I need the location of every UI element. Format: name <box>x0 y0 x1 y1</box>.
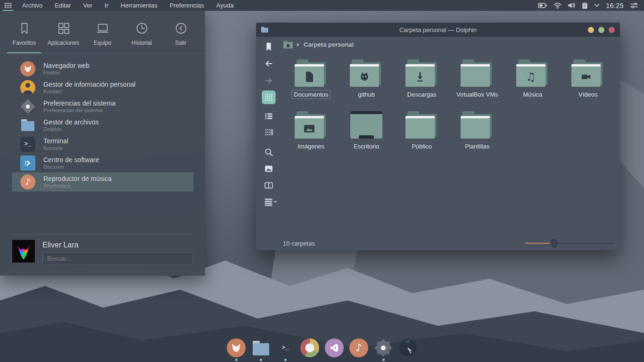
preview-button[interactable] <box>264 164 274 174</box>
image-glyph-icon <box>295 118 324 139</box>
app-item-discover[interactable]: Centro de software Discover <box>12 154 193 173</box>
icons-view-icon <box>264 92 274 102</box>
compact-view-button[interactable] <box>264 127 274 137</box>
app-item-konsole[interactable]: >_ Terminal Konsole <box>12 135 193 154</box>
wifi-icon[interactable] <box>553 2 561 9</box>
logout-icon <box>174 21 188 35</box>
app-title: Gestor de archivos <box>43 118 99 126</box>
tab-favoritos[interactable]: Favoritos <box>5 16 44 53</box>
bookmark-button[interactable] <box>264 41 274 52</box>
minimize-button[interactable] <box>588 27 594 33</box>
app-grid-button[interactable] <box>0 0 16 11</box>
dock-terminal[interactable]: >_ <box>276 338 295 361</box>
app-title: Preferencias del sistema <box>43 99 116 107</box>
menu-herramientas[interactable]: Herramientas <box>115 2 164 9</box>
icons-view-button[interactable] <box>262 90 276 104</box>
application-launcher-panel: Favoritos Aplicaciones Equipo Historial <box>0 11 205 276</box>
clock-widget-icon: 12 <box>398 338 417 357</box>
folder-icon: ♫ <box>516 59 550 87</box>
menu-ver[interactable]: Ver <box>77 2 99 9</box>
tab-label: Aplicaciones <box>48 40 79 46</box>
menu-ir[interactable]: Ir <box>99 2 115 9</box>
list-view-button[interactable] <box>264 111 274 121</box>
document-glyph-icon <box>295 66 324 87</box>
split-view-icon <box>264 180 274 190</box>
split-view-button[interactable] <box>264 180 274 190</box>
maximize-button[interactable] <box>598 27 604 33</box>
folder-github[interactable]: github <box>339 59 395 107</box>
tab-aplicaciones[interactable]: Aplicaciones <box>44 16 83 53</box>
zoom-slider[interactable] <box>525 239 614 248</box>
tab-label: Favoritos <box>13 40 36 46</box>
tab-historial[interactable]: Historial <box>122 16 161 53</box>
user-avatar[interactable] <box>12 240 35 263</box>
menu-preferencias[interactable]: Preferencias <box>164 2 210 9</box>
folder-videos[interactable]: Vídeos <box>561 59 616 107</box>
folder-escritorio[interactable]: Escritorio <box>339 111 395 159</box>
breadcrumb-chevron-icon <box>297 43 299 47</box>
app-subtitle: Dolphin <box>43 126 99 133</box>
search-input[interactable] <box>42 252 193 265</box>
slider-fill <box>525 243 551 244</box>
file-manager-icon <box>251 338 270 357</box>
dock-vscode[interactable] <box>325 338 344 361</box>
app-item-dolphin[interactable]: Gestor de archivos Dolphin <box>12 116 193 135</box>
slider-knob[interactable] <box>551 239 557 247</box>
forward-button[interactable] <box>264 75 274 86</box>
folder-imagenes[interactable]: Imágenes <box>283 111 339 159</box>
back-button[interactable] <box>264 58 274 69</box>
app-item-kontact[interactable]: Gestor de información personal Kontact <box>12 78 193 97</box>
folder-icon <box>405 59 439 87</box>
bookmark-icon <box>264 41 274 52</box>
close-button[interactable] <box>609 27 615 33</box>
launcher-tabs: Favoritos Aplicaciones Equipo Historial <box>0 11 205 53</box>
folder-label: Descargas <box>405 90 439 99</box>
dock-system-settings[interactable] <box>374 338 393 361</box>
compact-view-icon <box>264 127 274 137</box>
video-glyph-icon <box>571 66 601 87</box>
dock-file-manager[interactable] <box>251 338 270 361</box>
tab-salir[interactable]: Salir <box>161 16 200 53</box>
window-titlebar[interactable]: Carpeta personal — Dolphin <box>256 23 620 37</box>
laptop-icon <box>96 21 110 35</box>
dock: >_ ♪ 12 <box>227 338 417 361</box>
app-item-rhythmbox[interactable]: ♪ Reproductor de música Rhythmbox <box>12 173 193 191</box>
running-indicator <box>260 359 262 361</box>
tweaks-icon[interactable] <box>630 2 638 9</box>
desktop-glyph-icon <box>350 111 382 139</box>
folder-icon <box>460 59 494 87</box>
folder-documentos[interactable]: Documentos <box>283 59 339 107</box>
clipboard-icon[interactable] <box>582 2 588 9</box>
battery-icon[interactable] <box>538 2 547 9</box>
menu-editar[interactable]: Editar <box>49 2 77 9</box>
github-glyph-icon <box>350 66 379 87</box>
dock-rhythmbox[interactable]: ♪ <box>349 338 368 361</box>
tray-clock[interactable]: 16:25 <box>606 2 624 9</box>
system-tray: 16:25 <box>538 2 644 9</box>
folder-publico[interactable]: Público <box>394 111 450 159</box>
folder-label: Vídeos <box>576 90 600 99</box>
app-title: Centro de software <box>43 156 99 164</box>
running-indicator <box>284 359 287 361</box>
app-item-system-settings[interactable]: Preferencias del sistema Preferencias de… <box>12 97 193 116</box>
running-indicator <box>235 359 238 361</box>
breadcrumb-label[interactable]: Carpeta personal <box>304 41 354 48</box>
folder-descargas[interactable]: Descargas <box>394 59 450 107</box>
menu-ayuda[interactable]: Ayuda <box>210 2 240 9</box>
discover-icon <box>20 156 35 171</box>
folder-plantillas[interactable]: Plantillas <box>450 111 505 159</box>
menu-button[interactable] <box>264 197 274 207</box>
menu-archivo[interactable]: Archivo <box>16 2 49 9</box>
home-folder-icon[interactable] <box>283 41 293 49</box>
dock-chromium[interactable] <box>300 338 319 361</box>
volume-icon[interactable] <box>568 2 576 9</box>
dock-firefox[interactable] <box>227 338 246 361</box>
app-item-firefox[interactable]: Navegador web Firefox <box>12 59 193 78</box>
chevron-down-icon[interactable] <box>594 3 600 8</box>
folder-virtualbox-vms[interactable]: VirtualBox VMs <box>450 59 505 107</box>
tab-equipo[interactable]: Equipo <box>83 16 122 53</box>
folder-musica[interactable]: ♫ Música <box>505 59 561 107</box>
search-button[interactable] <box>264 147 274 157</box>
dock-clock-widget[interactable]: 12 <box>398 338 417 361</box>
dolphin-icon <box>20 118 35 133</box>
